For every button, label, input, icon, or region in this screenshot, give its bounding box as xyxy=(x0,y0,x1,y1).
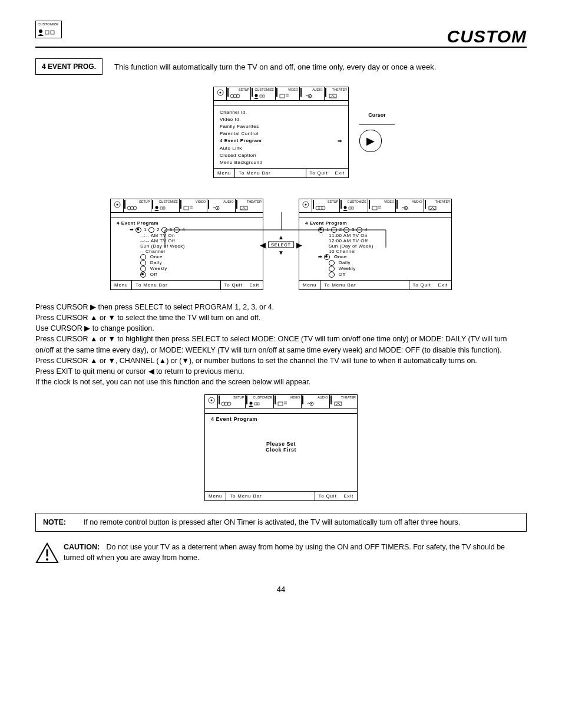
menu-item: 4 Event Program➡ xyxy=(220,137,342,144)
caution-icon xyxy=(35,542,59,567)
svg-point-23 xyxy=(156,206,158,209)
footer-menu: Menu xyxy=(111,281,132,289)
svg-point-58 xyxy=(311,403,312,404)
svg-rect-11 xyxy=(280,94,285,98)
tab-customize: CUSTOMIZE xyxy=(151,199,179,212)
menu-item: Video Id. xyxy=(220,116,342,123)
svg-rect-9 xyxy=(260,95,262,97)
svg-point-19 xyxy=(116,204,118,206)
cursor-callout: Cursor ▶ xyxy=(359,112,395,152)
menu-item: Channel Id. xyxy=(220,108,342,116)
menu-item: Family Favorites xyxy=(220,123,342,130)
svg-point-44 xyxy=(405,207,406,209)
note-text: If no remote control button is pressed a… xyxy=(84,518,460,526)
tab-setup: SETUP xyxy=(124,199,151,212)
svg-rect-40 xyxy=(372,206,377,210)
caution-text: Do not use your TV as a deterrent when a… xyxy=(64,543,505,562)
event-panel-right: SETUPCUSTOMIZEVIDEOAUDIOTHEATER 4 Event … xyxy=(299,199,452,290)
clock-msg1: Please Set xyxy=(205,441,357,447)
footer-quit: To Quit xyxy=(220,281,246,289)
tab-customize: CUSTOMIZE xyxy=(340,199,368,212)
note-box: NOTE: If no remote control button is pre… xyxy=(35,513,527,532)
menu-dot-icon xyxy=(299,199,312,212)
select-control: ▲ ◀ SELECT ▶ ▼ xyxy=(260,233,302,255)
person-controls-icon xyxy=(37,28,59,37)
footer-exit: Exit xyxy=(434,281,451,289)
tab-customize: CUSTOMIZE xyxy=(246,395,273,408)
tab-setup: SETUP xyxy=(227,87,251,100)
svg-point-4 xyxy=(219,92,221,94)
tab-theater: THEATER xyxy=(424,199,451,212)
svg-rect-39 xyxy=(352,207,353,209)
footer-exit: Exit xyxy=(331,169,348,177)
svg-rect-25 xyxy=(163,207,165,209)
tab-theater: THEATER xyxy=(236,199,263,212)
svg-rect-1 xyxy=(45,31,49,34)
up-triangle-icon: ▲ xyxy=(260,233,302,240)
footer-quit: To Quit xyxy=(315,492,340,500)
section-label: 4 EVENT PROG. xyxy=(35,58,103,75)
tab-theater: THEATER xyxy=(325,87,348,100)
menu-dot-icon xyxy=(214,87,227,100)
svg-rect-45 xyxy=(429,206,436,210)
caution-label: CAUTION: xyxy=(64,543,100,551)
tab-video: VIDEO xyxy=(276,87,300,100)
footer-menu: Menu xyxy=(214,169,235,177)
cursor-right-icon: ▶ xyxy=(359,130,382,152)
menu-item: Auto Link xyxy=(220,144,342,151)
footer-quit: To Quit xyxy=(409,281,435,289)
svg-rect-38 xyxy=(349,207,351,209)
svg-point-0 xyxy=(39,29,42,33)
svg-point-15 xyxy=(309,95,310,97)
tab-setup: SETUP xyxy=(312,199,340,212)
footer-exit: Exit xyxy=(246,281,263,289)
svg-rect-10 xyxy=(263,95,265,97)
footer-menu: Menu xyxy=(299,281,320,289)
menu-dot-icon xyxy=(205,395,218,408)
clock-title: 4 Event Program xyxy=(211,416,351,422)
tab-video: VIDEO xyxy=(274,395,302,408)
svg-point-8 xyxy=(255,94,258,97)
tab-setup: SETUP xyxy=(218,395,246,408)
tab-audio: AUDIO xyxy=(396,199,424,212)
svg-point-33 xyxy=(305,204,306,206)
svg-rect-31 xyxy=(240,206,247,210)
tab-theater: THEATER xyxy=(330,395,357,408)
svg-rect-53 xyxy=(257,403,259,405)
menu-item: Closed Caption xyxy=(220,151,342,159)
section-desc: This function will automatically turn th… xyxy=(114,62,436,71)
cursor-line xyxy=(359,121,395,127)
svg-point-30 xyxy=(217,207,218,209)
tab-customize: CUSTOMIZE xyxy=(251,87,275,100)
svg-rect-59 xyxy=(335,402,342,406)
footer-bar: To Menu Bar xyxy=(320,281,408,289)
note-label: NOTE: xyxy=(43,518,66,526)
svg-point-47 xyxy=(210,400,212,401)
svg-point-51 xyxy=(250,402,253,405)
svg-point-61 xyxy=(46,558,48,561)
select-box: SELECT xyxy=(268,241,294,248)
footer-bar: To Menu Bar xyxy=(226,492,314,500)
page-title: CUSTOM xyxy=(35,27,527,48)
event-panel-left: SETUPCUSTOMIZEVIDEOAUDIOTHEATER 4 Event … xyxy=(110,199,263,290)
instructions: Press CURSOR ▶ then press SELECT to sele… xyxy=(35,302,527,387)
svg-rect-52 xyxy=(254,403,257,405)
menu-dot-icon xyxy=(111,199,124,212)
tab-audio: AUDIO xyxy=(302,395,329,408)
tab-audio: AUDIO xyxy=(207,199,235,212)
footer-quit: To Quit xyxy=(306,169,332,177)
svg-rect-54 xyxy=(278,402,283,406)
svg-rect-2 xyxy=(51,31,54,34)
cursor-label: Cursor xyxy=(359,112,395,118)
svg-point-37 xyxy=(344,206,347,209)
tab-video: VIDEO xyxy=(368,199,396,212)
tab-audio: AUDIO xyxy=(300,87,324,100)
caution-row: CAUTION: Do not use your TV as a deterre… xyxy=(35,542,527,567)
down-triangle-icon: ▼ xyxy=(260,249,302,255)
svg-rect-26 xyxy=(184,206,189,210)
customize-icon-box: CUSTOMIZE xyxy=(35,21,62,38)
svg-rect-16 xyxy=(329,94,336,98)
footer-bar: To Menu Bar xyxy=(235,169,305,177)
svg-rect-24 xyxy=(160,207,163,209)
clock-msg2: Clock First xyxy=(205,447,357,453)
